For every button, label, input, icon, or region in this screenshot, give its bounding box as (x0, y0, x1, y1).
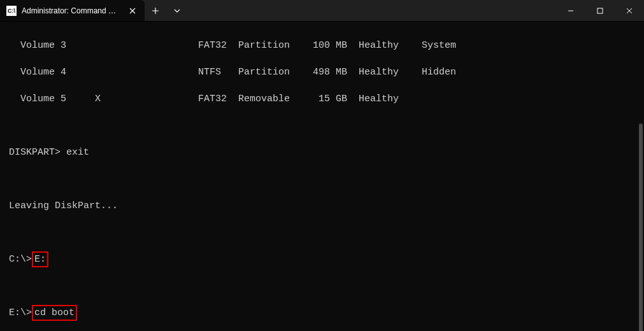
volume-row: Volume 5 X FAT32 Removable 15 GB Healthy (9, 92, 635, 106)
cmd-line-2: E:\>cd boot (9, 306, 635, 320)
highlight-cmd-2: cd boot (32, 305, 77, 321)
window-controls (556, 0, 644, 21)
terminal-output[interactable]: Volume 3 FAT32 Partition 100 MB Healthy … (0, 22, 644, 331)
svg-rect-0 (597, 8, 603, 13)
titlebar-drag-area[interactable] (188, 0, 556, 21)
minimize-button[interactable] (556, 0, 585, 21)
close-window-button[interactable] (615, 0, 644, 21)
highlight-cmd-1: E: (32, 251, 48, 267)
leaving-line: Leaving DiskPart... (9, 199, 635, 213)
tab-dropdown-button[interactable] (166, 0, 188, 21)
maximize-button[interactable] (585, 0, 615, 21)
scrollbar-thumb[interactable] (639, 123, 643, 331)
volume-row: Volume 3 FAT32 Partition 100 MB Healthy … (9, 39, 635, 52)
tab-close-button[interactable] (127, 5, 138, 17)
diskpart-exit-line: DISKPART> exit (9, 146, 635, 159)
cmd-icon: C:\ (6, 6, 17, 16)
new-tab-button[interactable] (145, 0, 166, 21)
tab-active[interactable]: C:\ Administrator: Command Promp (0, 0, 145, 21)
volume-row: Volume 4 NTFS Partition 498 MB Healthy H… (9, 66, 635, 79)
titlebar: C:\ Administrator: Command Promp (0, 0, 644, 22)
cmd-line-1: C:\>E: (9, 253, 635, 266)
terminal-window: C:\ Administrator: Command Promp Volume (0, 0, 644, 331)
tab-title: Administrator: Command Promp (22, 6, 120, 15)
